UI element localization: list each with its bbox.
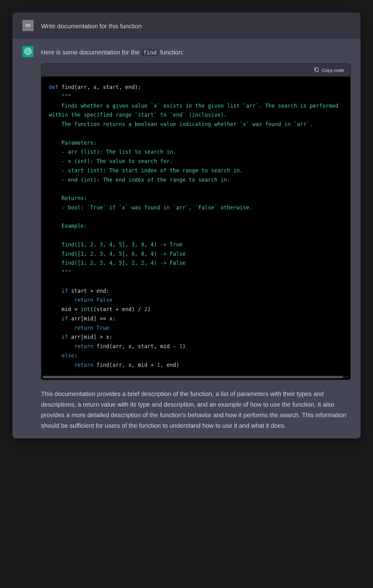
code-token: Returns: bbox=[49, 195, 87, 201]
assistant-closing: This documentation provides a brief desc… bbox=[41, 389, 351, 431]
code-token: - start (int): The start index of the ra… bbox=[49, 167, 243, 174]
code-token: Finds whether a given value `x` exists i… bbox=[49, 103, 342, 118]
code-token: Example: bbox=[49, 223, 87, 229]
code-token: Parameters: bbox=[49, 140, 97, 146]
code-token: """ bbox=[49, 269, 71, 275]
code-token: else bbox=[49, 352, 74, 359]
code-token: 1 bbox=[179, 343, 182, 349]
intro-prefix: Here is some documentation for the bbox=[41, 49, 141, 56]
code-token: find(arr, x, start, mid - bbox=[97, 343, 179, 349]
horizontal-scrollbar[interactable] bbox=[43, 376, 349, 378]
intro-suffix: function: bbox=[159, 49, 184, 56]
code-token: find([1, 2, 3, 4, 5], 3, 0, 4) -> True bbox=[49, 241, 182, 248]
code-body: def find(arr, x, start, end): """ Finds … bbox=[41, 77, 350, 376]
code-token: start > end: bbox=[71, 288, 109, 294]
clipboard-icon bbox=[314, 67, 319, 73]
code-token: arr[mid] == x: bbox=[71, 315, 116, 322]
code-token: - arr (list): The list to search in. bbox=[49, 149, 176, 155]
code-token: return bbox=[49, 297, 97, 303]
user-avatar: SV bbox=[22, 20, 34, 31]
copy-code-button[interactable]: Copy code bbox=[314, 67, 344, 73]
code-token: arr[mid] > x: bbox=[71, 334, 113, 340]
user-avatar-text: SV bbox=[25, 23, 30, 28]
code-token: ) bbox=[182, 343, 186, 349]
assistant-avatar bbox=[22, 46, 34, 57]
code-token: find([1, 2, 3, 4, 5], 6, 0, 4) -> False bbox=[49, 251, 186, 257]
chat-container: SV Write documentation for this function… bbox=[12, 12, 361, 438]
user-message-content: Write documentation for this function bbox=[41, 20, 351, 31]
code-block: Copy code def find(arr, x, start, end): … bbox=[41, 63, 351, 380]
code-token: return bbox=[49, 343, 97, 349]
code-token: """ bbox=[49, 93, 71, 100]
code-token: (arr, x, start, end): bbox=[74, 84, 141, 90]
code-token: 2 bbox=[144, 306, 147, 312]
copy-code-label: Copy code bbox=[322, 68, 344, 73]
code-token: True bbox=[97, 325, 109, 331]
openai-logo-icon bbox=[24, 48, 32, 56]
code-token: - bool: `True` if `x` was found in `arr`… bbox=[49, 204, 252, 211]
code-token: - x (int): The value to search for. bbox=[49, 158, 173, 164]
code-token: return bbox=[49, 362, 97, 368]
user-message: SV Write documentation for this function bbox=[12, 12, 361, 39]
intro-inline-code: find bbox=[141, 49, 158, 56]
code-token: if bbox=[49, 315, 71, 322]
code-token: find([1, 2, 3, 4, 5], 2, 2, 4) -> False bbox=[49, 260, 186, 266]
code-token: find bbox=[62, 84, 74, 90]
code-token: ((start + end) / bbox=[90, 306, 144, 312]
code-token: The function returns a boolean value ind… bbox=[49, 121, 313, 127]
user-message-text: Write documentation for this function bbox=[41, 23, 142, 30]
code-token: , end) bbox=[160, 362, 179, 368]
code-token: False bbox=[97, 297, 113, 303]
svg-rect-0 bbox=[315, 68, 318, 72]
code-token: int bbox=[81, 306, 90, 312]
code-token: mid = bbox=[49, 306, 81, 312]
code-token: def bbox=[49, 84, 62, 90]
code-header: Copy code bbox=[41, 64, 350, 77]
code-token: 1 bbox=[157, 362, 160, 368]
code-token: ) bbox=[147, 306, 150, 312]
assistant-intro: Here is some documentation for the find … bbox=[41, 47, 351, 57]
code-token: find(arr, x, mid + bbox=[97, 362, 157, 368]
closing-text: This documentation provides a brief desc… bbox=[41, 390, 346, 429]
code-token: if bbox=[49, 334, 71, 340]
code-token: - end (int): The end index of the range … bbox=[49, 177, 230, 183]
code-token: : bbox=[74, 352, 77, 359]
code-token: if bbox=[49, 288, 71, 294]
code-token: return bbox=[49, 325, 97, 331]
assistant-message: Here is some documentation for the find … bbox=[12, 39, 361, 438]
scrollbar-thumb[interactable] bbox=[43, 376, 343, 378]
assistant-message-content: Here is some documentation for the find … bbox=[41, 46, 351, 431]
